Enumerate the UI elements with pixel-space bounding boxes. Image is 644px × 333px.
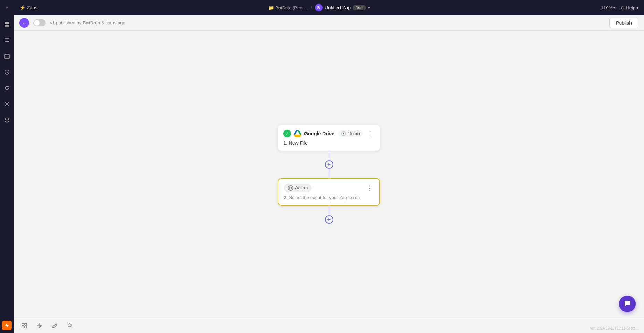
step2-description: Select the event for your Zap to run [289,195,360,200]
toolbar-lightning-icon[interactable] [35,321,44,331]
help-circle-icon: ⊙ [621,5,625,10]
chat-button[interactable] [619,296,636,312]
connector2: + [325,206,333,224]
main-canvas: ✓ Google Drive 🕐 15 min [14,31,644,318]
svg-rect-11 [22,326,24,328]
add-step-button-2[interactable]: + [325,215,333,224]
help-button[interactable]: ⊙ Help ▾ [621,5,638,10]
step1-time-badge: 🕐 15 min [338,130,363,137]
google-drive-icon [294,130,301,137]
chevron-down-icon[interactable]: ▾ [368,5,370,10]
step1-number: 1. [283,140,287,146]
connector-line-2 [329,169,329,178]
version-badge: ver. 2024-12-18T12:11-Septe... [590,326,638,330]
connector-line-3 [329,206,329,215]
sidebar-home-icon[interactable]: ⌂ [2,3,12,13]
step2-left: Action [284,184,311,192]
svg-rect-2 [5,25,7,27]
step2-card[interactable]: Action ⋮ 2. Select the event for your Za… [278,178,380,206]
folder-name: BotDojo (Pers… [275,5,308,10]
author-name: BotDojo [83,20,100,25]
sidebar-grid-icon[interactable] [2,19,12,29]
zap-flow: ✓ Google Drive 🕐 15 min [278,125,380,224]
time-ago: 6 hours ago [101,20,125,25]
toolbar-search-icon[interactable] [65,321,75,331]
zaps-label-text: Zaps [27,5,37,10]
sub-topbar: ← v1 published by BotDojo 6 hours ago Pu… [14,15,644,31]
left-sidebar: ⌂ [0,0,14,333]
step2-header: Action ⋮ [284,184,374,192]
step2-number: 2. [284,195,288,200]
topbar-right: 110% ▾ ⊙ Help ▾ [601,5,638,10]
toolbar-pen-icon[interactable] [50,321,60,331]
sidebar-zap-active-icon[interactable] [2,321,12,330]
help-chevron-icon: ▾ [637,6,638,10]
step1-card[interactable]: ✓ Google Drive 🕐 15 min [278,125,380,151]
svg-rect-3 [7,25,9,27]
bottom-toolbar: ver. 2024-12-18T12:11-Septe... [14,318,644,333]
zoom-value: 110% [601,5,612,10]
lightning-icon: ⚡ [19,5,25,10]
zoom-chevron-icon: ▾ [613,6,615,10]
svg-rect-4 [5,54,9,59]
step2-label: 2. Select the event for your Zap to run [284,195,374,200]
step1-header: ✓ Google Drive 🕐 15 min [283,130,375,137]
action-label: Action [295,185,308,190]
step1-time: 15 min [348,131,360,136]
folder-icon: 📁 [268,5,274,10]
sidebar-history-icon[interactable] [2,67,12,77]
published-by-text: published by [56,20,83,25]
svg-point-6 [6,103,8,105]
svg-rect-12 [25,326,27,328]
step1-more-button[interactable]: ⋮ [366,130,375,137]
toggle-switch[interactable] [33,19,46,26]
topbar-center: 📁 BotDojo (Pers… / B Untitled Zap Draft … [40,4,598,11]
zaps-nav[interactable]: ⚡ Zaps [19,5,37,10]
draft-badge: Draft [353,5,366,10]
step1-label: 1. New File [283,140,375,146]
topbar: ⚡ Zaps 📁 BotDojo (Pers… / B Untitled Zap… [14,0,644,15]
breadcrumb-folder[interactable]: 📁 BotDojo (Pers… [268,5,308,10]
zoom-level[interactable]: 110% ▾ [601,5,615,10]
avatar: B [315,4,323,11]
sidebar-settings-icon[interactable] [2,99,12,109]
svg-rect-10 [25,323,27,325]
svg-point-13 [68,324,71,327]
connector-line-1 [329,151,329,160]
breadcrumb-separator: / [311,5,312,10]
help-label: Help [626,5,635,10]
zap-name[interactable]: Untitled Zap [325,5,351,10]
svg-rect-9 [22,323,24,325]
check-icon: ✓ [283,130,291,137]
action-badge-icon [288,185,293,191]
toolbar-grid-icon[interactable] [19,321,29,331]
step1-app-name: Google Drive [304,131,334,136]
action-badge: Action [284,184,311,192]
svg-point-8 [290,187,291,189]
topbar-left: ⚡ Zaps [19,5,37,10]
step2-more-button[interactable]: ⋮ [365,184,374,192]
add-step-button-1[interactable]: + [325,160,333,169]
svg-rect-0 [5,22,7,24]
svg-rect-1 [7,22,9,24]
sidebar-layers-icon[interactable] [2,115,12,125]
zap-title-area: B Untitled Zap Draft ▾ [315,4,370,11]
back-button[interactable]: ← [19,18,29,28]
sidebar-refresh-icon[interactable] [2,83,12,93]
publish-button[interactable]: Publish [609,18,638,28]
step1-left: ✓ Google Drive [283,130,334,137]
step1-description: New File [289,140,308,146]
sidebar-chat-icon[interactable] [2,35,12,45]
version-link[interactable]: v1 [50,20,55,25]
connector1: + [325,151,333,178]
sidebar-calendar-icon[interactable] [2,51,12,61]
version-info: v1 published by BotDojo 6 hours ago [50,20,125,25]
clock-icon: 🕐 [341,131,346,136]
